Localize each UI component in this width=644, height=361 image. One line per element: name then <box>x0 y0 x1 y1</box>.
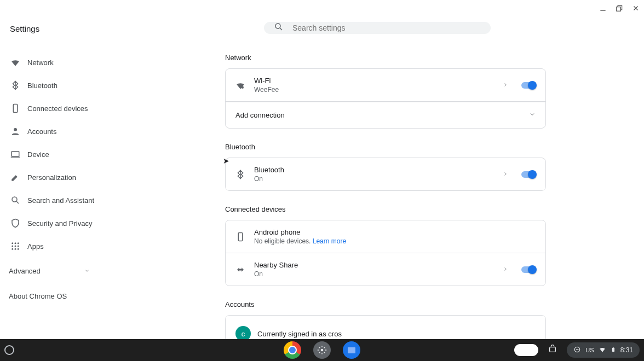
sidebar-item-label: Bluetooth <box>27 81 58 90</box>
settings-app-icon[interactable] <box>313 341 331 359</box>
tote-tray-icon[interactable] <box>548 345 557 356</box>
paint-icon <box>10 172 21 183</box>
advanced-label: Advanced <box>9 267 41 275</box>
sidebar-item-apps[interactable]: Apps <box>0 235 127 258</box>
bluetooth-status: On <box>254 175 503 183</box>
search-icon <box>10 195 21 206</box>
svg-rect-23 <box>612 347 614 352</box>
svg-rect-6 <box>11 157 20 158</box>
about-label: About Chrome OS <box>9 292 67 300</box>
wifi-title: Wi-Fi <box>254 77 503 85</box>
wifi-icon <box>235 80 254 90</box>
chevron-right-icon <box>503 171 508 178</box>
sidebar-item-label: Device <box>27 150 49 159</box>
svg-point-11 <box>12 246 13 247</box>
sidebar-item-accounts[interactable]: Accounts <box>0 120 127 143</box>
chevron-right-icon <box>503 266 508 273</box>
wifi-icon <box>10 57 21 68</box>
files-app-icon[interactable] <box>343 341 360 359</box>
sidebar-item-connected-devices[interactable]: Connected devices <box>0 97 127 120</box>
wifi-ssid: WeeFee <box>254 86 503 94</box>
svg-point-20 <box>321 349 324 352</box>
section-title-accounts: Accounts <box>225 300 546 308</box>
search-bar[interactable] <box>264 22 491 34</box>
shield-icon <box>10 218 21 229</box>
bluetooth-row[interactable]: Bluetooth On <box>226 158 545 190</box>
launcher-button[interactable] <box>4 345 14 355</box>
bluetooth-title: Bluetooth <box>254 166 503 174</box>
android-phone-row[interactable]: Android phone No eligible devices. Learn… <box>226 220 545 253</box>
phone-icon <box>235 232 254 242</box>
section-title-bluetooth: Bluetooth <box>225 143 546 151</box>
nearby-share-status: On <box>254 270 503 278</box>
sidebar-advanced-toggle[interactable]: Advanced <box>0 261 99 281</box>
svg-point-10 <box>18 242 19 244</box>
search-input[interactable] <box>292 24 481 32</box>
status-tray[interactable]: US 8:31 <box>567 342 640 358</box>
wifi-tray-icon <box>599 346 606 355</box>
bluetooth-icon <box>235 170 254 179</box>
sidebar: Settings Network Bluetooth Connected dev… <box>0 0 127 339</box>
signed-in-row[interactable]: c Currently signed in as cros <box>226 316 545 339</box>
chrome-app-icon[interactable] <box>284 341 301 359</box>
svg-point-18 <box>242 86 244 89</box>
svg-point-16 <box>18 248 19 250</box>
bluetooth-toggle[interactable] <box>521 171 536 178</box>
nearby-share-row[interactable]: Nearby Share On <box>226 253 545 286</box>
window-restore-icon[interactable] <box>616 4 623 14</box>
network-card: Wi-Fi WeeFee Add connection <box>225 68 546 129</box>
wifi-row[interactable]: Wi-Fi WeeFee <box>226 69 545 101</box>
app-title: Settings <box>0 24 127 33</box>
ime-label: US <box>585 347 594 353</box>
shelf: US 8:31 <box>0 339 644 361</box>
weather-widget[interactable] <box>514 344 538 356</box>
sidebar-item-label: Accounts <box>27 127 56 136</box>
svg-rect-2 <box>617 7 621 11</box>
svg-rect-5 <box>12 152 19 156</box>
sidebar-item-device[interactable]: Device <box>0 143 127 166</box>
apps-grid-icon <box>10 241 21 252</box>
svg-point-12 <box>15 246 16 247</box>
sidebar-item-label: Connected devices <box>27 104 88 113</box>
svg-rect-0 <box>600 10 605 11</box>
nearby-share-toggle[interactable] <box>521 266 536 273</box>
notification-off-icon <box>573 346 581 355</box>
add-connection-label: Add connection <box>235 111 285 119</box>
sidebar-item-bluetooth[interactable]: Bluetooth <box>0 74 127 97</box>
chevron-down-icon <box>84 267 90 275</box>
sidebar-item-search-assistant[interactable]: Search and Assistant <box>0 189 127 212</box>
bluetooth-icon <box>10 80 21 91</box>
learn-more-link[interactable]: Learn more <box>313 237 346 245</box>
svg-point-14 <box>12 248 13 250</box>
section-title-network: Network <box>225 54 546 62</box>
nearby-share-icon <box>235 265 254 275</box>
wifi-toggle[interactable] <box>521 82 536 89</box>
svg-rect-21 <box>550 347 556 352</box>
sidebar-item-label: Apps <box>27 242 44 251</box>
svg-point-8 <box>12 242 13 244</box>
bluetooth-card: Bluetooth On <box>225 158 546 191</box>
svg-point-17 <box>275 24 280 28</box>
phone-status-text: No eligible devices. <box>254 237 311 245</box>
svg-point-4 <box>14 128 17 131</box>
sidebar-about[interactable]: About Chrome OS <box>0 281 127 300</box>
accounts-card: c Currently signed in as cros <box>225 315 546 339</box>
clock: 8:31 <box>620 346 633 354</box>
main-content: Network Wi-Fi WeeFee Add connection <box>127 0 644 339</box>
sidebar-item-personalization[interactable]: Personalization <box>0 166 127 189</box>
android-phone-title: Android phone <box>254 228 536 236</box>
svg-point-9 <box>15 242 16 244</box>
sidebar-item-network[interactable]: Network <box>0 51 127 74</box>
person-icon <box>10 126 21 137</box>
android-phone-status: No eligible devices. Learn more <box>254 237 536 245</box>
nearby-share-title: Nearby Share <box>254 261 503 269</box>
svg-rect-24 <box>613 347 614 347</box>
avatar-initial: c <box>235 326 251 339</box>
sidebar-item-security[interactable]: Security and Privacy <box>0 212 127 235</box>
search-icon <box>274 22 284 34</box>
chevron-down-icon <box>529 111 536 119</box>
window-close-icon[interactable] <box>632 4 640 14</box>
window-minimize-icon[interactable] <box>599 4 607 14</box>
add-connection-row[interactable]: Add connection <box>226 102 545 128</box>
phone-icon <box>10 103 21 114</box>
